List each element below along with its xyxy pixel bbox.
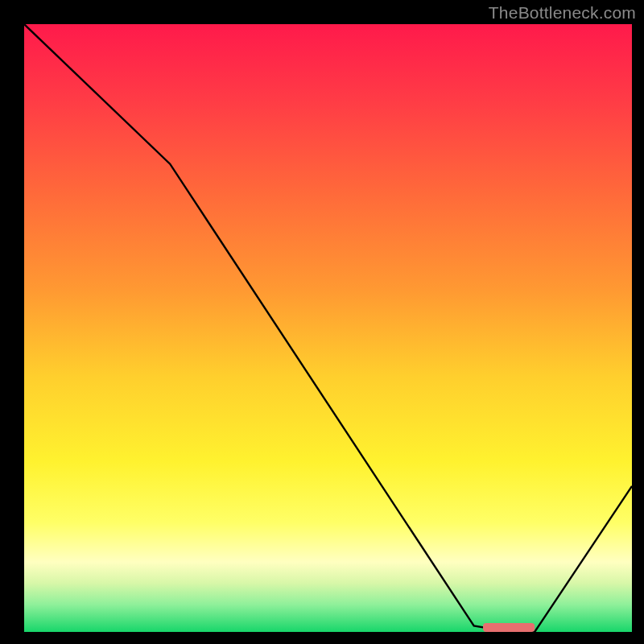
highlight-marker [483,623,535,632]
chart-svg [24,24,632,632]
plot-area [24,24,632,632]
attribution-label: TheBottleneck.com [489,3,636,23]
gradient-background [24,24,632,632]
chart-container: TheBottleneck.com [0,0,644,644]
